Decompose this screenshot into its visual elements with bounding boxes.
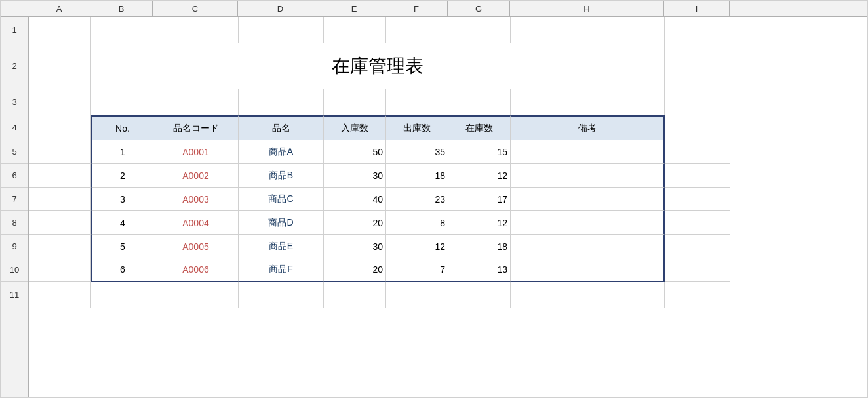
data-7-code[interactable]: A0003 bbox=[153, 188, 239, 211]
cell-3h[interactable] bbox=[511, 89, 665, 115]
cell-11b[interactable] bbox=[91, 282, 153, 308]
cell-2a[interactable] bbox=[29, 43, 91, 89]
data-10-outbound[interactable]: 7 bbox=[386, 258, 448, 282]
cell-11g[interactable] bbox=[448, 282, 511, 308]
row-header-11[interactable]: 11 bbox=[1, 282, 28, 308]
row-header-7[interactable]: 7 bbox=[1, 188, 28, 211]
row-header-9[interactable]: 9 bbox=[1, 235, 28, 258]
cell-3d[interactable] bbox=[239, 89, 324, 115]
data-5-stock[interactable]: 15 bbox=[448, 140, 511, 164]
row-header-1[interactable]: 1 bbox=[1, 17, 28, 43]
data-9-stock[interactable]: 18 bbox=[448, 235, 511, 258]
data-7-no[interactable]: 3 bbox=[91, 188, 153, 211]
data-6-code[interactable]: A0002 bbox=[153, 164, 239, 188]
data-10-inbound[interactable]: 20 bbox=[324, 258, 386, 282]
header-stock[interactable]: 在庫数 bbox=[448, 115, 511, 140]
cell-3e[interactable] bbox=[324, 89, 386, 115]
cell-9i[interactable] bbox=[665, 235, 730, 258]
data-9-code[interactable]: A0005 bbox=[153, 235, 239, 258]
header-no[interactable]: No. bbox=[91, 115, 153, 140]
data-7-stock[interactable]: 17 bbox=[448, 188, 511, 211]
cell-3g[interactable] bbox=[448, 89, 511, 115]
data-9-outbound[interactable]: 12 bbox=[386, 235, 448, 258]
data-7-inbound[interactable]: 40 bbox=[324, 188, 386, 211]
data-6-no[interactable]: 2 bbox=[91, 164, 153, 188]
cell-1d[interactable] bbox=[239, 17, 324, 43]
cell-10i[interactable] bbox=[665, 258, 730, 282]
cell-3i[interactable] bbox=[665, 89, 730, 115]
cell-1a[interactable] bbox=[29, 17, 91, 43]
data-10-stock[interactable]: 13 bbox=[448, 258, 511, 282]
col-header-b[interactable]: B bbox=[90, 1, 153, 16]
header-inbound[interactable]: 入庫数 bbox=[324, 115, 386, 140]
data-5-inbound[interactable]: 50 bbox=[324, 140, 386, 164]
data-8-no[interactable]: 4 bbox=[91, 211, 153, 235]
cell-9a[interactable] bbox=[29, 235, 91, 258]
data-8-stock[interactable]: 12 bbox=[448, 211, 511, 235]
col-header-e[interactable]: E bbox=[323, 1, 385, 16]
data-10-no[interactable]: 6 bbox=[91, 258, 153, 282]
col-header-i[interactable]: I bbox=[664, 1, 730, 16]
cell-3c[interactable] bbox=[153, 89, 239, 115]
cell-5a[interactable] bbox=[29, 140, 91, 164]
row-header-2[interactable]: 2 bbox=[1, 43, 28, 89]
row-header-3[interactable]: 3 bbox=[1, 89, 28, 115]
col-header-g[interactable]: G bbox=[448, 1, 510, 16]
title-cell[interactable]: 在庫管理表 bbox=[91, 43, 665, 89]
cell-11c[interactable] bbox=[153, 282, 239, 308]
cell-11i[interactable] bbox=[665, 282, 730, 308]
cell-1g[interactable] bbox=[448, 17, 511, 43]
cell-6a[interactable] bbox=[29, 164, 91, 188]
data-9-name[interactable]: 商品E bbox=[239, 235, 324, 258]
cell-3a[interactable] bbox=[29, 89, 91, 115]
data-7-name[interactable]: 商品C bbox=[239, 188, 324, 211]
cell-7a[interactable] bbox=[29, 188, 91, 211]
data-5-no[interactable]: 1 bbox=[91, 140, 153, 164]
cell-3f[interactable] bbox=[386, 89, 448, 115]
header-code[interactable]: 品名コード bbox=[153, 115, 239, 140]
data-8-remarks[interactable] bbox=[511, 211, 665, 235]
data-8-name[interactable]: 商品D bbox=[239, 211, 324, 235]
cell-1f[interactable] bbox=[386, 17, 448, 43]
data-6-name[interactable]: 商品B bbox=[239, 164, 324, 188]
row-header-6[interactable]: 6 bbox=[1, 164, 28, 188]
cell-1i[interactable] bbox=[665, 17, 730, 43]
col-header-a[interactable]: A bbox=[28, 1, 90, 16]
cell-11f[interactable] bbox=[386, 282, 448, 308]
data-7-remarks[interactable] bbox=[511, 188, 665, 211]
cell-1e[interactable] bbox=[324, 17, 386, 43]
cell-3b[interactable] bbox=[91, 89, 153, 115]
col-header-f[interactable]: F bbox=[385, 1, 448, 16]
row-header-8[interactable]: 8 bbox=[1, 211, 28, 235]
cell-11e[interactable] bbox=[324, 282, 386, 308]
data-9-no[interactable]: 5 bbox=[91, 235, 153, 258]
data-10-remarks[interactable] bbox=[511, 258, 665, 282]
col-header-c[interactable]: C bbox=[153, 1, 238, 16]
header-remarks[interactable]: 備考 bbox=[511, 115, 665, 140]
data-5-remarks[interactable] bbox=[511, 140, 665, 164]
header-name[interactable]: 品名 bbox=[239, 115, 324, 140]
data-5-name[interactable]: 商品A bbox=[239, 140, 324, 164]
data-6-stock[interactable]: 12 bbox=[448, 164, 511, 188]
col-header-d[interactable]: D bbox=[238, 1, 323, 16]
row-header-5[interactable]: 5 bbox=[1, 140, 28, 164]
cell-4a[interactable] bbox=[29, 115, 91, 140]
cell-1c[interactable] bbox=[153, 17, 239, 43]
row-header-4[interactable]: 4 bbox=[1, 115, 28, 140]
row-header-10[interactable]: 10 bbox=[1, 258, 28, 282]
cell-5i[interactable] bbox=[665, 140, 730, 164]
cell-1b[interactable] bbox=[91, 17, 153, 43]
data-8-inbound[interactable]: 20 bbox=[324, 211, 386, 235]
cell-8i[interactable] bbox=[665, 211, 730, 235]
cell-11d[interactable] bbox=[239, 282, 324, 308]
data-5-code[interactable]: A0001 bbox=[153, 140, 239, 164]
data-10-code[interactable]: A0006 bbox=[153, 258, 239, 282]
cell-11a[interactable] bbox=[29, 282, 91, 308]
col-header-h[interactable]: H bbox=[510, 1, 664, 16]
cell-7i[interactable] bbox=[665, 188, 730, 211]
cell-11h[interactable] bbox=[511, 282, 665, 308]
data-6-outbound[interactable]: 18 bbox=[386, 164, 448, 188]
data-7-outbound[interactable]: 23 bbox=[386, 188, 448, 211]
data-6-remarks[interactable] bbox=[511, 164, 665, 188]
data-10-name[interactable]: 商品F bbox=[239, 258, 324, 282]
